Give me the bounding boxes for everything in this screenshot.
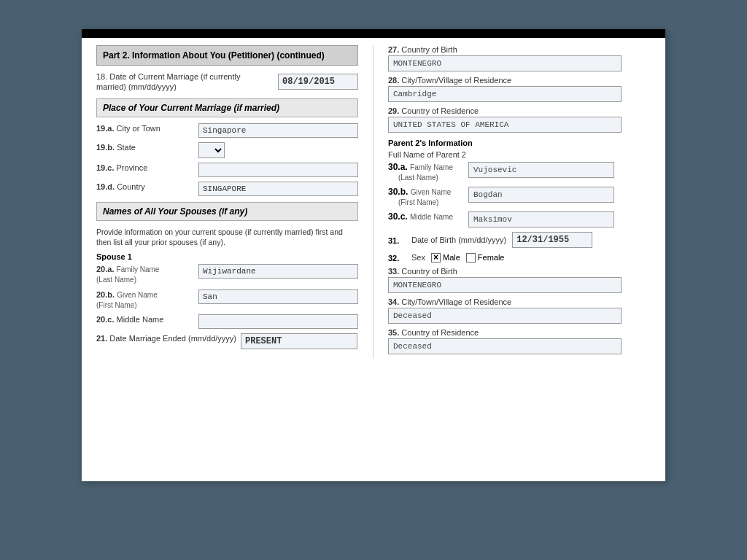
field30a-num: 30.a. [388, 162, 408, 172]
field20a-num: 20.a. [96, 265, 114, 273]
field19a-input[interactable] [198, 123, 358, 138]
field19d-num: 19.d. [96, 182, 115, 191]
field19a-row: 19.a. City or Town [96, 123, 358, 138]
male-option: Male [431, 253, 460, 262]
field33-num: 33. [388, 265, 399, 276]
field19a-label: City or Town [117, 124, 160, 133]
field19a-num: 19.a. [96, 124, 114, 133]
part2-header-text: Part 2. Information About You (Petitione… [103, 50, 325, 61]
form-page: Part 2. Information About You (Petitione… [82, 29, 665, 481]
field20a-row: 20.a. Family Name(Last Name) [96, 264, 358, 285]
parent2-section-title: Parent 2's Information [388, 139, 651, 147]
field30c-num: 30.c. [388, 211, 408, 222]
field30c-row: 30.c. Middle Name [388, 211, 651, 228]
field19d-row: 19.d. Country [96, 182, 358, 196]
field30c-label: Middle Name [410, 213, 453, 221]
field32-num: 32. [388, 252, 407, 262]
field19c-num: 19.c. [96, 163, 114, 172]
field18-sublabel: Date of Current Marriage (if currently m… [96, 72, 240, 91]
field18-row: 18. Date of Current Marriage (if current… [96, 71, 358, 93]
left-column: Part 2. Information About You (Petitione… [96, 45, 374, 359]
field19c-label: Province [117, 163, 148, 172]
field18-input[interactable] [278, 74, 358, 90]
field35-num: 35. [388, 327, 399, 337]
field27-label: Country of Birth [401, 45, 457, 54]
field30b-input[interactable] [468, 187, 614, 203]
field30b-num: 30.b. [388, 187, 408, 197]
black-bar [82, 29, 665, 38]
field30a-row: 30.a. Family Name (Last Name) [388, 162, 651, 182]
field34-input[interactable] [388, 308, 622, 324]
field27-num: 27. [388, 44, 399, 54]
field34-num: 34. [388, 296, 399, 306]
field33-input[interactable] [388, 277, 622, 293]
field31-num: 31. [388, 235, 407, 245]
field31-label: Date of Birth (mm/dd/yyyy) [411, 236, 506, 244]
field34-row: 34. City/Town/Village of Residence [388, 298, 651, 324]
field33-row: 33. Country of Birth [388, 267, 651, 293]
field35-row: 35. Country of Residence [388, 328, 651, 354]
field28-input[interactable] [388, 86, 622, 102]
sex-options: Male Female [431, 253, 505, 262]
field21-label: Date Marriage Ended (mm/dd/yyyy) [109, 334, 236, 343]
field20c-num: 20.c. [96, 315, 114, 324]
content-area: Part 2. Information About You (Petitione… [82, 38, 665, 373]
field31-input[interactable] [512, 232, 592, 248]
right-column: 27. Country of Birth 28. City/Town/Villa… [374, 45, 651, 359]
spouse1-label: Spouse 1 [96, 252, 358, 261]
field32-row: 32. Sex Male Female [388, 252, 651, 262]
field27-row: 27. Country of Birth [388, 45, 651, 71]
field19c-input[interactable] [198, 163, 358, 177]
field20b-num: 20.b. [96, 290, 115, 299]
field33-label: Country of Birth [401, 267, 457, 276]
field28-label: City/Town/Village of Residence [401, 76, 511, 85]
field35-input[interactable] [388, 338, 622, 354]
field19b-num: 19.b. [96, 143, 115, 152]
male-checkbox[interactable] [431, 253, 441, 262]
field29-num: 29. [388, 105, 399, 115]
field20b-input[interactable] [198, 289, 358, 304]
field20c-input[interactable] [198, 314, 358, 329]
field28-num: 28. [388, 74, 399, 85]
field20b-row: 20.b. Given Name(First Name) [96, 289, 358, 311]
provide-text: Provide information on your current spou… [96, 227, 358, 248]
field21-input[interactable] [241, 333, 357, 349]
female-label: Female [478, 253, 505, 262]
field28-row: 28. City/Town/Village of Residence [388, 76, 651, 102]
field29-row: 29. Country of Residence [388, 106, 651, 133]
spouses-title: Names of All Your Spouses (if any) [103, 206, 247, 217]
field34-label: City/Town/Village of Residence [401, 298, 511, 306]
field19d-label: Country [117, 182, 145, 191]
field20a-input[interactable] [198, 264, 358, 279]
field18-num: 18. [96, 72, 107, 81]
field31-row: 31. Date of Birth (mm/dd/yyyy) [388, 232, 651, 248]
marriage-place-title: Place of Your Current Marriage (if marri… [103, 103, 279, 113]
field21-row: 21. Date Marriage Ended (mm/dd/yyyy) [96, 333, 358, 349]
field19b-label: State [117, 143, 136, 152]
field30a-input[interactable] [468, 162, 614, 178]
field19d-input[interactable] [198, 182, 358, 196]
field19b-row: 19.b. State [96, 142, 358, 158]
field30c-input[interactable] [468, 211, 614, 228]
field32-label: Sex [411, 253, 425, 262]
female-checkbox[interactable] [466, 253, 476, 262]
field20c-row: 20.c. Middle Name [96, 314, 358, 329]
field35-label: Country of Residence [401, 328, 479, 337]
female-option: Female [466, 253, 505, 262]
spouses-header: Names of All Your Spouses (if any) [96, 202, 358, 221]
part2-header: Part 2. Information About You (Petitione… [96, 45, 358, 66]
full-name-parent2-label: Full Name of Parent 2 [388, 150, 651, 159]
field30b-row: 30.b. Given Name (First Name) [388, 187, 651, 207]
male-label: Male [443, 253, 460, 262]
field19b-select[interactable] [198, 142, 225, 158]
field19c-row: 19.c. Province [96, 163, 358, 177]
field27-input[interactable] [388, 55, 622, 71]
marriage-place-header: Place of Your Current Marriage (if marri… [96, 98, 358, 117]
field29-input[interactable] [388, 117, 622, 133]
field29-label: Country of Residence [401, 106, 479, 115]
field21-num: 21. [96, 334, 107, 343]
field20c-label: Middle Name [117, 315, 164, 324]
